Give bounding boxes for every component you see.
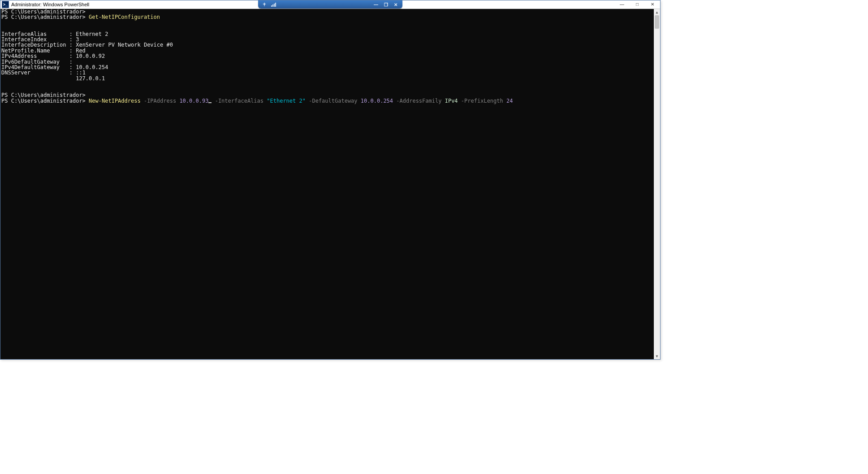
titlebar[interactable]: >_ Administrator: Windows PowerShell — ❐… bbox=[0, 0, 660, 9]
ps-icon-glyph: >_ bbox=[3, 2, 8, 7]
signal-icon bbox=[271, 2, 276, 7]
powershell-icon: >_ bbox=[2, 1, 9, 8]
console-wrap: PS C:\Users\administrador> PS C:\Users\a… bbox=[0, 9, 660, 359]
window-title: Administrator: Windows PowerShell bbox=[11, 2, 89, 7]
rdp-close-button[interactable]: ✕ bbox=[393, 2, 399, 7]
param: -DefaultGateway bbox=[309, 98, 357, 104]
close-button[interactable]: ✕ bbox=[645, 0, 660, 8]
cmdlet: New-NetIPAddress bbox=[89, 98, 141, 104]
param: -InterfaceAlias bbox=[215, 98, 263, 104]
svg-rect-0 bbox=[271, 5, 272, 7]
rdp-restore-button[interactable]: ❐ bbox=[383, 2, 389, 7]
maximize-button[interactable]: □ bbox=[630, 0, 645, 8]
param: -IPAddress bbox=[144, 98, 176, 104]
terminal[interactable]: PS C:\Users\administrador> PS C:\Users\a… bbox=[0, 9, 654, 359]
prompt-line: PS C:\Users\administrador> bbox=[1, 14, 89, 20]
vertical-scrollbar[interactable]: ▲ ▼ bbox=[654, 9, 660, 359]
minimize-button[interactable]: — bbox=[614, 0, 630, 8]
powershell-window: >_ Administrator: Windows PowerShell — ❐… bbox=[0, 0, 661, 360]
pin-icon[interactable] bbox=[262, 2, 267, 7]
param: -PrefixLength bbox=[461, 98, 503, 104]
cursor-icon bbox=[208, 102, 212, 103]
output-line: 127.0.0.1 bbox=[1, 75, 105, 82]
value: 10.0.0.93 bbox=[179, 98, 208, 104]
svg-rect-3 bbox=[275, 3, 276, 7]
value: IPv4 bbox=[445, 98, 458, 104]
value: "Ethernet 2" bbox=[267, 98, 306, 104]
value: 24 bbox=[506, 98, 513, 104]
prompt-line: PS C:\Users\administrador> bbox=[1, 98, 89, 104]
scroll-down-button[interactable]: ▼ bbox=[654, 353, 660, 359]
scroll-thumb[interactable] bbox=[655, 15, 659, 29]
svg-rect-1 bbox=[272, 4, 273, 7]
rdp-connection-bar[interactable]: — ❐ ✕ bbox=[258, 0, 402, 9]
param: -AddressFamily bbox=[396, 98, 441, 104]
cmdlet: Get-NetIPConfiguration bbox=[89, 14, 160, 20]
rdp-minimize-button[interactable]: — bbox=[373, 2, 379, 7]
scroll-up-button[interactable]: ▲ bbox=[654, 9, 660, 15]
window-controls: — □ ✕ bbox=[614, 0, 660, 9]
svg-rect-2 bbox=[274, 4, 275, 7]
value: 10.0.0.254 bbox=[361, 98, 393, 104]
